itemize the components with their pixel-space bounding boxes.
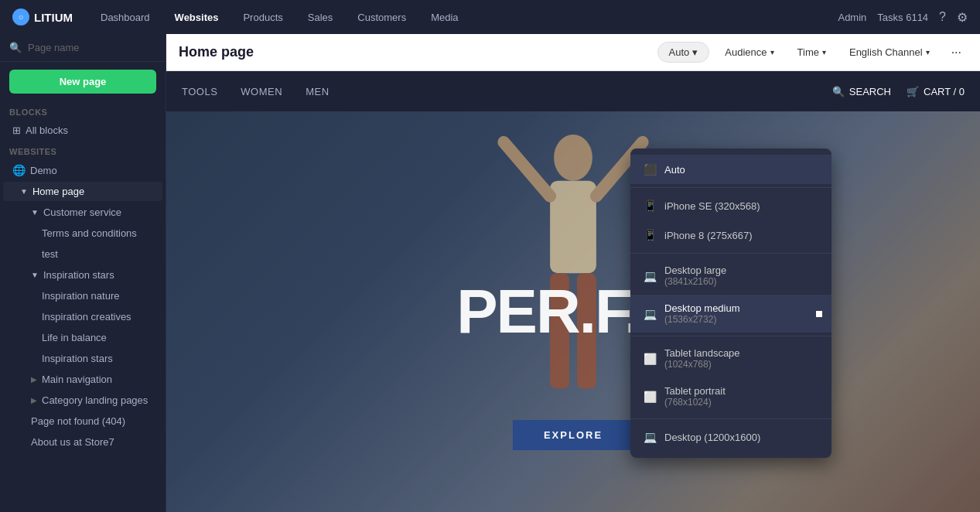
nav-customers[interactable]: Customers [353, 9, 411, 26]
websites-section-label: WEBSITES [0, 141, 166, 159]
new-page-button[interactable]: New page [9, 70, 156, 94]
admin-label: Admin [838, 12, 866, 23]
nav-websites[interactable]: Websites [170, 9, 224, 26]
dropdown-item-tablet-landscape[interactable]: ⬜ Tablet landscape (1024x768) [630, 340, 831, 377]
svg-rect-1 [550, 181, 596, 274]
website-toolbar: TOOLS WOMEN MEN 🔍 SEARCH 🛒 CART / 0 [166, 71, 980, 111]
help-icon[interactable]: ? [939, 10, 946, 24]
tasks-label[interactable]: Tasks 6114 [877, 12, 928, 23]
search-input[interactable] [28, 42, 156, 53]
explore-button[interactable]: EXPLORE [513, 420, 633, 450]
page-header-actions: Auto ▾ Audience ▾ Time ▾ English Channel… [657, 42, 968, 63]
dropdown-item-iphone-se[interactable]: 📱 iPhone SE (320x568) [630, 191, 831, 220]
sidebar-demo[interactable]: 🌐 Demo [3, 160, 162, 180]
tree-arrow-category: ▶ [31, 396, 37, 404]
sidebar-item-customer-service[interactable]: ▼ Customer service [3, 203, 162, 222]
sidebar-item-inspiration-stars[interactable]: ▼ Inspiration stars [3, 265, 162, 285]
sidebar-item-category-landing[interactable]: ▶ Category landing pages [3, 391, 162, 410]
channel-button[interactable]: English Channel ▾ [842, 43, 937, 62]
cart-button[interactable]: 🛒 CART / 0 [907, 86, 965, 97]
audience-chevron: ▾ [770, 48, 774, 56]
main-layout: 🔍 New page BLOCKS ⊞ All blocks WEBSITES … [0, 34, 980, 512]
nav-sales[interactable]: Sales [303, 9, 338, 26]
nav-products[interactable]: Products [238, 9, 287, 26]
tree-arrow-main-nav: ▶ [31, 375, 37, 384]
logo[interactable]: ○ LITIUM [12, 9, 73, 26]
desktop-1200-icon: 💻 [643, 430, 657, 444]
blocks-icon: ⊞ [12, 125, 21, 136]
time-button[interactable]: Time ▾ [790, 43, 834, 62]
tree-arrow-home: ▼ [20, 187, 28, 196]
auto-button[interactable]: Auto ▾ [657, 42, 710, 63]
tablet-landscape-icon: ⬜ [643, 352, 657, 366]
sidebar-item-inspiration-nature[interactable]: Inspiration nature [3, 286, 162, 305]
search-icon-toolbar: 🔍 [832, 86, 845, 97]
cart-icon: 🛒 [907, 86, 919, 97]
content-area: Home page Auto ▾ Audience ▾ Time ▾ Engli… [166, 34, 980, 512]
svg-point-0 [554, 135, 592, 181]
dropdown-item-desktop-1200[interactable]: 💻 Desktop (1200x1600) [630, 422, 831, 452]
toolbar-men[interactable]: MEN [306, 86, 329, 97]
logo-text: LITIUM [34, 11, 73, 24]
viewport-dropdown: ⬛ Auto 📱 iPhone SE (320x568) 📱 iPhone 8 … [630, 148, 831, 458]
sidebar-item-test[interactable]: test [3, 244, 162, 264]
tree-arrow-customer: ▼ [31, 208, 39, 217]
page-header: Home page Auto ▾ Audience ▾ Time ▾ Engli… [166, 34, 980, 71]
top-nav: ○ LITIUM Dashboard Websites Products Sal… [0, 0, 980, 34]
sidebar-search[interactable]: 🔍 [0, 34, 166, 62]
sidebar-item-main-navigation[interactable]: ▶ Main navigation [3, 370, 162, 389]
iphone-se-icon: 📱 [643, 199, 657, 213]
tree-arrow-inspiration: ▼ [31, 271, 39, 279]
auto-chevron: ▾ [692, 46, 698, 58]
sidebar-all-blocks[interactable]: ⊞ All blocks [3, 121, 162, 140]
sidebar: 🔍 New page BLOCKS ⊞ All blocks WEBSITES … [0, 34, 166, 512]
sidebar-item-inspiration-creatives[interactable]: Inspiration creatives [3, 307, 162, 326]
sidebar-item-about-us[interactable]: About us at Store7 [3, 432, 162, 452]
globe-icon: 🌐 [12, 164, 26, 176]
page-title: Home page [179, 44, 645, 60]
dropdown-item-auto[interactable]: ⬛ Auto [630, 155, 831, 184]
desktop-large-icon: 💻 [643, 269, 657, 283]
search-button[interactable]: 🔍 SEARCH [832, 86, 891, 97]
tablet-portrait-icon: ⬜ [643, 390, 657, 404]
sidebar-item-life-in-balance[interactable]: Life in balance [3, 328, 162, 347]
settings-icon[interactable]: ⚙ [957, 10, 968, 25]
sidebar-item-home-page[interactable]: ▼ Home page [3, 182, 162, 201]
dropdown-item-tablet-portrait[interactable]: ⬜ Tablet portrait (768x1024) [630, 377, 831, 415]
audience-button[interactable]: Audience ▾ [717, 43, 781, 62]
blocks-section-label: BLOCKS [0, 101, 166, 120]
dropdown-item-iphone-8[interactable]: 📱 iPhone 8 (275x667) [630, 220, 831, 250]
auto-icon: ⬛ [643, 162, 657, 176]
toolbar-right: 🔍 SEARCH 🛒 CART / 0 [832, 86, 965, 97]
logo-icon: ○ [12, 9, 29, 26]
nav-right: Admin Tasks 6114 ? ⚙ [838, 10, 968, 25]
cursor-indicator [816, 311, 822, 317]
more-button[interactable]: ··· [945, 43, 968, 63]
sidebar-item-page-not-found[interactable]: Page not found (404) [3, 411, 162, 431]
preview-area: PER.F.M EXPLORE ⬛ Auto 📱 iPhone SE (320x… [166, 111, 980, 512]
svg-line-2 [504, 142, 550, 196]
iphone-8-icon: 📱 [643, 228, 657, 242]
nav-dashboard[interactable]: Dashboard [96, 9, 155, 26]
nav-media[interactable]: Media [426, 9, 463, 26]
desktop-medium-icon: 💻 [643, 307, 657, 321]
search-icon: 🔍 [9, 42, 22, 53]
time-chevron: ▾ [822, 48, 826, 56]
dropdown-item-desktop-medium[interactable]: 💻 Desktop medium (1536x2732) [630, 295, 831, 333]
dropdown-item-desktop-large[interactable]: 💻 Desktop large (3841x2160) [630, 257, 831, 295]
toolbar-women[interactable]: WOMEN [241, 86, 282, 97]
sidebar-item-terms[interactable]: Terms and conditions [3, 224, 162, 243]
toolbar-tools[interactable]: TOOLS [182, 86, 217, 97]
channel-chevron: ▾ [926, 48, 930, 56]
sidebar-item-inspiration-stars-2[interactable]: Inspiration stars [3, 349, 162, 368]
